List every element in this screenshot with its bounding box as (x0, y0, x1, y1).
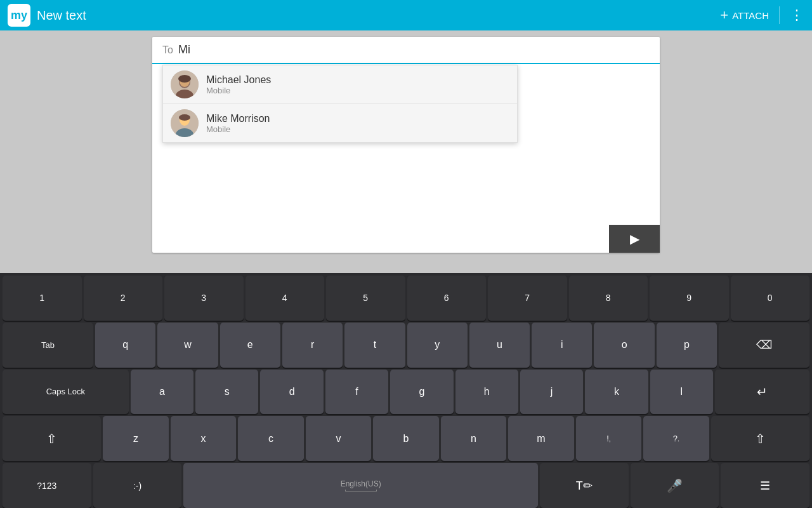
clipboard-key[interactable]: ☰ (721, 463, 809, 508)
key-w[interactable]: w (157, 323, 218, 368)
key-x[interactable]: x (171, 416, 237, 461)
key-n[interactable]: n (441, 416, 507, 461)
symbols-key[interactable]: ?123 (3, 463, 91, 508)
key-0[interactable]: 0 (731, 276, 810, 321)
key-e[interactable]: e (220, 323, 280, 368)
send-button[interactable]: ▶ (609, 225, 660, 253)
key-k[interactable]: k (585, 370, 648, 415)
key-5[interactable]: 5 (326, 276, 405, 321)
autocomplete-item-michael[interactable]: Michael Jones Mobile (163, 65, 517, 104)
key-row-bottom: ?123 :-) English(US) T✏ 🎤 ☰ (3, 463, 809, 508)
caps-lock-key[interactable]: Caps Lock (3, 370, 129, 415)
space-bar-indicator (345, 490, 377, 491)
key-4[interactable]: 4 (246, 276, 325, 321)
key-row-qwerty: Tab q w e r t y u i o p ⌫ (3, 323, 809, 368)
key-2[interactable]: 2 (84, 276, 163, 321)
left-shift-key[interactable]: ⇧ (3, 416, 101, 461)
key-6[interactable]: 6 (407, 276, 487, 321)
main-content: To Mi Michael Jones (0, 30, 812, 273)
keyboard: 1 2 3 4 5 6 7 8 9 0 Tab q w e r t y u i … (0, 273, 812, 508)
svg-point-4 (178, 75, 191, 83)
key-t[interactable]: t (344, 323, 405, 368)
key-g[interactable]: g (390, 370, 453, 415)
key-b[interactable]: b (373, 416, 439, 461)
svg-point-8 (179, 114, 190, 121)
top-bar-actions: + ATTACH ⋮ (720, 6, 804, 24)
attach-button[interactable]: + ATTACH (720, 7, 769, 23)
contact-name: Mike Morrison (206, 113, 270, 124)
avatar-mike (171, 109, 199, 137)
contact-sub: Mobile (206, 124, 270, 134)
app-logo: my (8, 4, 30, 27)
key-h[interactable]: h (455, 370, 518, 415)
key-m[interactable]: m (508, 416, 574, 461)
key-s[interactable]: s (195, 370, 258, 415)
key-9[interactable]: 9 (650, 276, 729, 321)
key-r[interactable]: r (282, 323, 343, 368)
contact-info-michael: Michael Jones Mobile (206, 74, 271, 95)
autocomplete-dropdown: Michael Jones Mobile Mike Mo (162, 65, 518, 143)
key-3[interactable]: 3 (164, 276, 244, 321)
key-f[interactable]: f (325, 370, 388, 415)
contact-sub: Mobile (206, 86, 271, 95)
language-label: English(US) (341, 479, 381, 488)
compose-panel: To Mi Michael Jones (152, 37, 660, 253)
key-row-numbers: 1 2 3 4 5 6 7 8 9 0 (3, 276, 809, 321)
handwriting-key[interactable]: T✏ (540, 463, 629, 508)
key-d[interactable]: d (260, 370, 323, 415)
key-1[interactable]: 1 (3, 276, 82, 321)
contact-name: Michael Jones (206, 74, 271, 86)
key-o[interactable]: o (594, 323, 654, 368)
key-v[interactable]: v (306, 416, 372, 461)
key-tab[interactable]: Tab (3, 323, 93, 368)
contact-info-mike: Mike Morrison Mobile (206, 113, 270, 134)
key-y[interactable]: y (407, 323, 468, 368)
avatar-michael (171, 70, 199, 98)
more-options-button[interactable]: ⋮ (790, 7, 804, 23)
backspace-key[interactable]: ⌫ (719, 323, 809, 368)
autocomplete-item-mike[interactable]: Mike Morrison Mobile (163, 104, 517, 142)
key-i[interactable]: i (532, 323, 592, 368)
to-row: To Mi Michael Jones (152, 37, 660, 64)
key-row-asdf: Caps Lock a s d f g h j k l ↵ (3, 370, 809, 415)
key-a[interactable]: a (131, 370, 193, 415)
key-j[interactable]: j (520, 370, 583, 415)
key-l[interactable]: l (650, 370, 713, 415)
enter-key[interactable]: ↵ (715, 370, 809, 415)
send-arrow-icon: ▶ (630, 231, 639, 246)
to-input[interactable]: Mi (178, 43, 650, 57)
key-u[interactable]: u (469, 323, 530, 368)
space-key[interactable]: English(US) (183, 463, 538, 508)
key-exclaim-comma[interactable]: !, (576, 416, 642, 461)
key-z[interactable]: z (103, 416, 169, 461)
key-p[interactable]: p (657, 323, 717, 368)
top-bar: my New text + ATTACH ⋮ (0, 0, 812, 30)
right-shift-key[interactable]: ⇧ (711, 416, 809, 461)
to-label: To (162, 44, 173, 56)
divider (779, 6, 780, 24)
key-row-zxcv: ⇧ z x c v b n m !, ?. ⇧ (3, 416, 809, 461)
key-8[interactable]: 8 (569, 276, 648, 321)
page-title: New text (37, 8, 720, 23)
key-q[interactable]: q (95, 323, 155, 368)
emoticon-key[interactable]: :-) (93, 463, 182, 508)
voice-key[interactable]: 🎤 (631, 463, 719, 508)
key-question-period[interactable]: ?. (643, 416, 709, 461)
key-c[interactable]: c (238, 416, 304, 461)
key-7[interactable]: 7 (488, 276, 567, 321)
plus-icon: + (720, 7, 728, 23)
